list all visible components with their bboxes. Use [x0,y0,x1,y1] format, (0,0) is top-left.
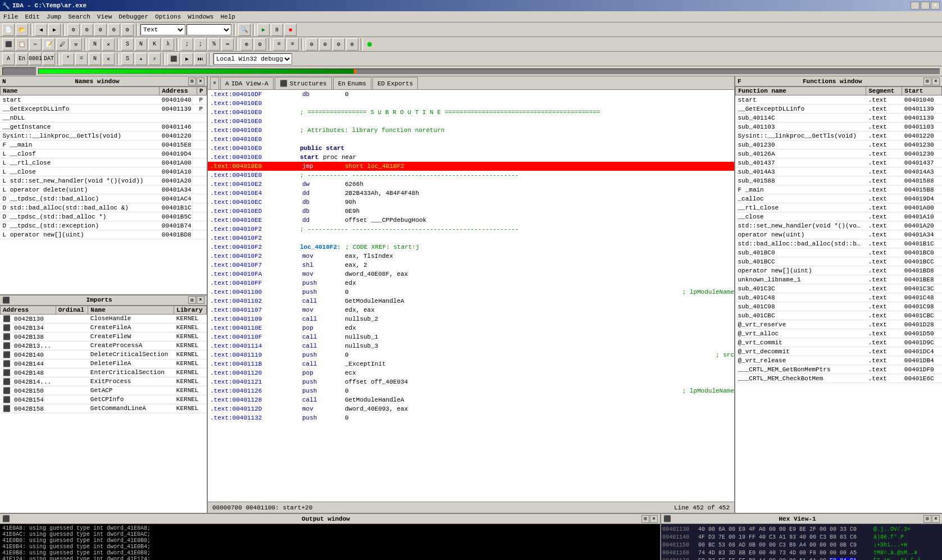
output-title-buttons[interactable]: ⊡ × [641,515,658,523]
table-row[interactable]: F _main.text004015B8 [736,185,942,194]
btn6[interactable]: ⚙ [108,24,120,36]
hex-line[interactable]: 004011404F D3 7E 00 19 FF 40 C3 A1 93 40… [662,533,941,541]
names-close-btn[interactable]: × [197,78,204,85]
imports-title-buttons[interactable]: ⊡ × [188,296,204,304]
table-row[interactable]: D std::bad_alloc(std::bad_alloc &)00401B… [1,203,207,212]
disasm-line[interactable]: .text:0040110Fcallnullsub_1 [208,333,734,342]
disasm-line[interactable]: .text:004010E2dw6266h [208,180,734,189]
tbr3-btn8[interactable]: ✕ [102,53,115,65]
disasm-line[interactable]: .text:004010E0jmpshort loc_4010F2 [208,162,734,171]
table-row[interactable]: __close.text00401A10 [736,212,942,221]
debugger-dropdown[interactable]: Local Win32 debugger [213,53,292,65]
table-row[interactable]: Sysint::__linkproc__GetTls(void)00401220 [1,131,207,140]
table-row[interactable]: unknown_libname_1.text00401BE8 [736,275,942,284]
table-row[interactable]: sub_401103.text00401103 [736,122,942,131]
table-row[interactable]: start.text00401040 [736,95,942,104]
tbr2-btn21[interactable]: ⚙ [306,38,318,51]
disasm-line[interactable]: .text:0040111Bcall_ExceptInit [208,359,734,368]
tbr2-btn24[interactable]: ⚙ [346,38,358,51]
table-row[interactable]: __rtl_close.text00401A00 [736,203,942,212]
table-row[interactable]: L operator delete(uint)00401A34 [1,185,207,194]
table-row[interactable]: _calloc.text004019D4 [736,194,942,203]
fwd-btn[interactable]: ▶ [48,24,61,36]
disasm-line[interactable]: .text:004010F2 [208,234,734,243]
disasm-line[interactable]: .text:004010E0 [208,135,734,144]
table-row[interactable]: ⬛ 0042B138CreateFileWKERNEL [1,332,207,341]
minimize-button[interactable]: _ [911,2,920,10]
table-row[interactable]: ⬛ 0042B144DeleteFileAKERNEL [1,359,207,368]
hex-line[interactable]: 0040115000 BC 53 68 AD 0B 00 00 C3 B9 A4… [662,541,941,549]
imp-col-addr[interactable]: Address [1,306,56,314]
table-row[interactable]: ⬛ 0042B150GetACPKERNEL [1,386,207,395]
disasm-line[interactable]: .text:004010E0 [208,99,734,108]
disasm-line[interactable]: .text:004010EDdb0E9h [208,207,734,216]
btn4[interactable]: ⚙ [81,24,93,36]
table-row[interactable]: __nDLL [1,113,207,122]
menu-view[interactable]: View [94,12,115,21]
table-row[interactable]: L __closf004019D4 [1,149,207,158]
table-row[interactable]: Sysint::__linkproc__GetTls(void).text004… [736,131,942,140]
table-row[interactable]: ⬛ 0042B154GetCPInfoKERNEL [1,395,207,404]
fn-col-name[interactable]: Function name [736,87,866,95]
tbr2-btn7[interactable]: N [89,38,101,51]
col-address[interactable]: Address [160,87,197,95]
tbr2-btn13[interactable]: ; [181,38,193,51]
tbr3-btn2[interactable]: En [16,53,28,65]
tbr3-btn14[interactable]: ⏭ [194,53,207,65]
tbr3-btn11[interactable]: ⚡ [148,53,161,65]
table-row[interactable]: F __main004015E8 [1,140,207,149]
disasm-line[interactable]: .text:004010F2; ----------- ------------… [208,225,734,234]
table-row[interactable]: @_vrt_reserve.text00401D28 [736,320,942,329]
names-table-container[interactable]: Name Address P start00401040P__GetExcept… [0,86,207,294]
disasm-view[interactable]: .text:004010DFdb0.text:004010E0 .text:00… [208,90,734,502]
table-row[interactable]: sub_401BC0.text00401BC0 [736,248,942,257]
menu-debugger[interactable]: Debugger [115,12,152,21]
tbr2-btn10[interactable]: N [135,38,147,51]
disasm-line[interactable]: .text:00401114callnullsub_3 [208,342,734,350]
disasm-line[interactable]: .text:004010FFpushedx [208,279,734,288]
table-row[interactable]: @_vrt_release.text00401DB4 [736,356,942,365]
disasm-line[interactable]: .text:00401102callGetModuleHandleA [208,297,734,306]
tbr2-btn17[interactable]: ⊕ [240,38,253,51]
tbr2-btn1[interactable]: ⬛ [2,38,15,51]
table-row[interactable]: sub_401230.text00401230 [736,140,942,149]
col-name[interactable]: Name [1,87,160,95]
tab-structures[interactable]: ⬛ Structures [275,77,332,89]
btn3[interactable]: ⚙ [67,24,80,36]
table-row[interactable]: sub_40126A.text00401230 [736,149,942,158]
segment-dropdown[interactable]: Text [140,24,185,35]
imports-float-btn[interactable]: ⊡ [188,296,196,304]
table-row[interactable]: ⬛ 0042B14...ExitProcessKERNEL [1,377,207,386]
imports-table-container[interactable]: Address Ordinal Name Library ⬛ 0042B130C… [0,306,207,513]
disasm-line[interactable]: .text:0040112Dmovdword_40E093, eax [208,404,734,413]
table-row[interactable]: sub_40114C.text00401139 [736,113,942,122]
tbr2-btn14[interactable]: ; [194,38,207,51]
names-title-buttons[interactable]: ⊡ × [188,78,204,85]
new-btn[interactable]: 📄 [2,24,15,36]
table-row[interactable]: __GetExceptDLLinfo.text00401139 [736,104,942,113]
table-row[interactable]: sub_401CBC.text00401CBC [736,311,942,320]
table-row[interactable]: ⬛ 0042B140DeleteCriticalSectionKERNEL [1,350,207,359]
disasm-line[interactable]: .text:004010E0; ----------- ------------… [208,171,734,180]
disasm-line[interactable]: .text:00401109callnullsub_2 [208,315,734,324]
table-row[interactable]: operator new(uint).text00401A34 [736,230,942,239]
tbr3-btn12[interactable]: ⬛ [167,53,180,65]
table-row[interactable]: ⬛ 0042B13...CreateProcessAKERNEL [1,341,207,350]
tbr3-btn4[interactable]: DAT [43,53,55,65]
table-row[interactable]: L __rtl_close00401A00 [1,158,207,167]
table-row[interactable]: D __tpdsc_(std::bad_alloc)00401AC4 [1,194,207,203]
table-row[interactable]: @_vrt_alloc.text00401D50 [736,329,942,338]
table-row[interactable]: L __close00401A10 [1,167,207,176]
tbr2-btn12[interactable]: λ [162,38,174,51]
table-row[interactable]: L std::set_new_handler(void *()(void))00… [1,176,207,185]
disasm-line[interactable]: .text:00401107movedx, eax [208,306,734,315]
disasm-line[interactable]: .text:004010DFdb0 [208,90,734,99]
tbr3-btn13[interactable]: ▶ [181,53,193,65]
table-row[interactable]: sub_401588.text00401588 [736,176,942,185]
table-row[interactable]: ⬛ 0042B134CreateFileAKERNEL [1,323,207,332]
tbr2-btn15[interactable]: % [208,38,220,51]
tbr2-btn16[interactable]: ⎃ [221,38,234,51]
disasm-line[interactable]: .text:0040110Epopedx [208,324,734,333]
table-row[interactable]: __getInstance00401146 [1,122,207,131]
disasm-line[interactable]: .text:004010E0; ================ S U B R… [208,108,734,117]
